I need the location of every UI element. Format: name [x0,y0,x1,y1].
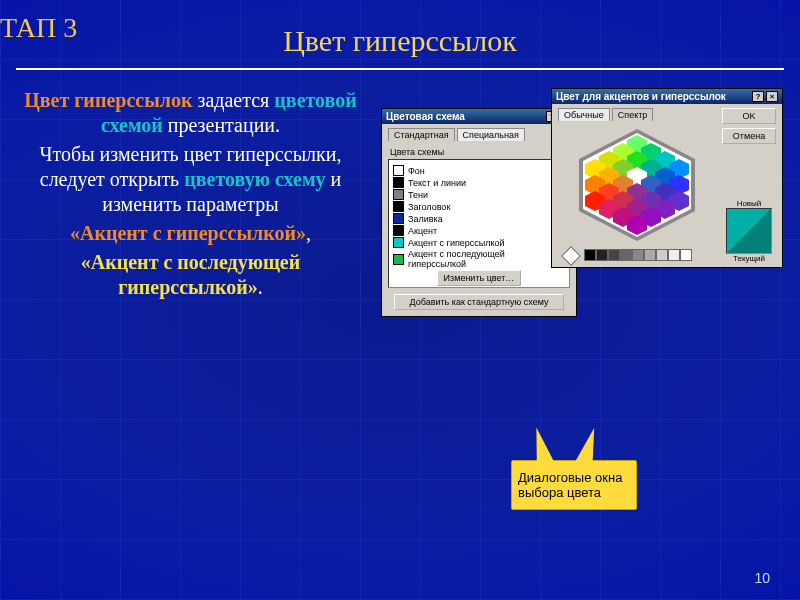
slide-title: Цвет гиперссылок [0,0,800,58]
dialog-title: Цвет для акцентов и гиперссылок [556,91,726,102]
current-label: Текущий [722,254,776,263]
slide-number: 10 [754,570,770,586]
tab-standard[interactable]: Стандартная [388,128,455,141]
group-colors: Цвета схемы [390,147,570,157]
em-color-scheme-2: цветовую схему [184,168,325,190]
ok-button[interactable]: OK [722,108,776,124]
list-item[interactable]: Акцент с последующей гиперссылкой [393,249,565,269]
list-item[interactable]: Заголовок [393,201,565,212]
list-item[interactable]: Заливка [393,213,565,224]
em-accent-hyperlink: «Акцент с гиперссылкой» [70,222,306,244]
tab-basic[interactable]: Обычные [558,108,610,121]
tab-custom[interactable]: Специальная [457,128,525,141]
em-hyperlink-color: Цвет гиперссылок [24,89,192,111]
color-scheme-dialog: Цветовая схема ? × Стандартная Специальн… [381,108,577,317]
list-item[interactable]: Текст и линии [393,177,565,188]
em-accent-followed: «Акцент с последующей гиперссылкой» [81,251,301,298]
change-color-button[interactable]: Изменить цвет… [437,270,522,286]
stage-label: ТАП 3 [0,12,77,44]
new-label: Новый [722,199,776,208]
body-text: Цвет гиперссылок задается цветовой схемо… [18,88,363,304]
list-item[interactable]: Акцент [393,225,565,236]
list-item[interactable]: Тени [393,189,565,200]
dialog-title: Цветовая схема [386,111,465,122]
color-hexagon[interactable] [558,125,716,245]
callout: Диалоговые окна выбора цвета [511,460,637,510]
color-preview [726,208,772,254]
close-icon[interactable]: × [766,91,778,102]
add-standard-button[interactable]: Добавить как стандартную схему [394,294,564,310]
cancel-button[interactable]: Отмена [722,128,776,144]
list-item[interactable]: Фон [393,165,565,176]
grayscale-row[interactable] [564,249,716,263]
help-icon[interactable]: ? [752,91,764,102]
color-picker-dialog: Цвет для акцентов и гиперссылок ? × Обыч… [551,88,783,268]
list-item[interactable]: Акцент с гиперссылкой [393,237,565,248]
scheme-color-list: Фон Текст и линии Тени Заголовок Заливка… [388,159,570,288]
tab-spectrum[interactable]: Спектр [612,108,654,121]
